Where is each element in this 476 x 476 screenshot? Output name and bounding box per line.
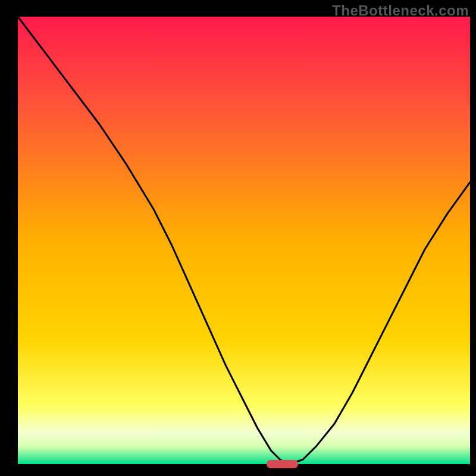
gradient-plot-area (0, 0, 476, 476)
chart-container: TheBottleneck.com (0, 0, 476, 476)
svg-rect-0 (18, 17, 470, 464)
watermark-text: TheBottleneck.com (332, 2, 469, 19)
